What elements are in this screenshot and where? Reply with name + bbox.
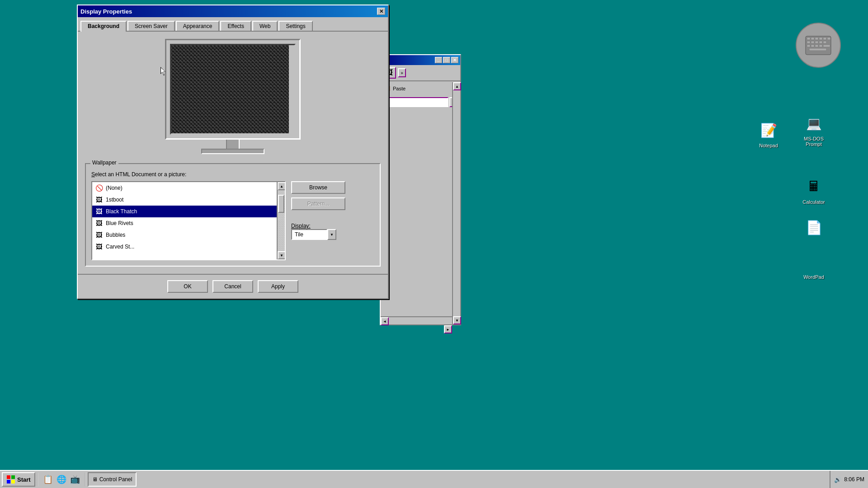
ok-button[interactable]: OK	[167, 280, 208, 293]
wallpaper-row: 🚫 (None) 🖼 1stboot 🖼 Black Thatch	[91, 181, 374, 260]
monitor-frame	[165, 39, 301, 140]
bg-hscrollbar[interactable]: ◄ ►	[381, 316, 452, 324]
tab-effects[interactable]: Effects	[220, 21, 251, 32]
svg-rect-19	[11, 475, 15, 479]
wallpaper-group: Wallpaper Select an HTML Document or a p…	[85, 163, 381, 267]
list-item[interactable]: 🖼 1stboot	[92, 194, 277, 206]
dialog-body: Wallpaper Select an HTML Document or a p…	[78, 31, 388, 274]
listbox-scrollbar[interactable]: ▲ ▼	[277, 182, 285, 259]
svg-rect-6	[827, 38, 830, 40]
tab-web[interactable]: Web	[252, 21, 278, 32]
scrollbar-thumb[interactable]	[278, 195, 284, 213]
taskbar-item-label: Control Panel	[99, 476, 132, 483]
svg-rect-3	[815, 38, 818, 40]
monitor-preview	[85, 39, 381, 154]
dialog-title: Display Properties	[80, 8, 132, 15]
expand-icon: »	[398, 68, 406, 77]
quick-launch-icon-2[interactable]: 🌐	[55, 473, 68, 486]
tray-clock: 8:06 PM	[844, 476, 864, 483]
list-item-selected[interactable]: 🖼 Black Thatch	[92, 206, 277, 217]
list-item[interactable]: 🚫 (None)	[92, 182, 277, 194]
svg-rect-4	[819, 38, 822, 40]
wallpaper-icon: 🖼	[95, 219, 103, 227]
taskbar-items: 🖥 Control Panel	[88, 472, 830, 487]
bg-address-bar[interactable]	[382, 97, 448, 107]
tab-appearance[interactable]: Appearance	[176, 21, 220, 32]
svg-rect-5	[823, 38, 826, 40]
ms-dos-icon[interactable]: 💻 MS-DOS Prompt	[796, 111, 832, 149]
dialog-close-button[interactable]: ✕	[377, 8, 385, 15]
bg-scroll-right[interactable]: ►	[444, 325, 452, 333]
wallpaper-icon: 🖼	[95, 207, 103, 216]
none-icon: 🚫	[95, 184, 103, 192]
list-item[interactable]: 🖼 Carved St...	[92, 241, 277, 253]
svg-rect-2	[811, 38, 814, 40]
display-select-arrow[interactable]: ▼	[327, 229, 336, 240]
monitor-foot	[201, 149, 264, 154]
wordpad-icon[interactable]: 📄 WordPad	[796, 178, 832, 282]
bg-window-item: 📋Paste	[383, 84, 458, 93]
bg-win-minimize[interactable]: _	[435, 57, 442, 63]
wallpaper-icon: 🖼	[95, 231, 103, 239]
svg-rect-12	[807, 45, 810, 47]
display-properties-dialog: Display Properties ✕ Background Screen S…	[77, 5, 389, 299]
taskbar-divider-2	[85, 473, 86, 486]
svg-rect-10	[819, 41, 822, 43]
right-controls: Browse Pattern... Display: Tile ▼	[291, 181, 345, 260]
browse-button[interactable]: Browse	[291, 181, 345, 194]
bg-scrollbar[interactable]: ▲ ▼	[452, 82, 460, 324]
taskbar-item-control-panel[interactable]: 🖥 Control Panel	[88, 472, 137, 487]
monitor-stand	[201, 140, 264, 154]
monitor-neck	[226, 140, 240, 149]
start-label: Start	[17, 476, 31, 483]
quick-launch-icon-1[interactable]: 📋	[42, 473, 54, 486]
start-button[interactable]: Start	[2, 472, 35, 487]
svg-rect-17	[809, 48, 826, 51]
display-select: Tile ▼	[291, 229, 345, 240]
tab-background[interactable]: Background	[80, 21, 127, 32]
bg-win-maximize[interactable]: □	[443, 57, 450, 63]
monitor-screen-border	[170, 44, 296, 135]
svg-rect-1	[807, 38, 810, 40]
display-section: Display: Tile ▼	[291, 219, 345, 240]
svg-rect-21	[11, 480, 15, 483]
wallpaper-icon: 🖼	[95, 243, 103, 251]
keyboard-icon	[796, 23, 841, 68]
taskbar-item-icon: 🖥	[92, 476, 98, 483]
taskbar-divider	[37, 473, 38, 486]
dialog-button-bar: OK Cancel Apply	[78, 274, 388, 298]
display-select-value[interactable]: Tile	[291, 229, 327, 240]
wallpaper-listbox[interactable]: 🚫 (None) 🖼 1stboot 🖼 Black Thatch	[91, 181, 286, 260]
list-item[interactable]: 🖼 Bubbles	[92, 229, 277, 241]
notepad-icon[interactable]: 📝 Notepad	[750, 117, 787, 150]
bg-win-close[interactable]: ✕	[451, 57, 458, 63]
apply-button[interactable]: Apply	[258, 280, 298, 293]
svg-rect-15	[819, 45, 822, 47]
background-window: _ □ ✕ 🖼 » 📋Paste ▼ ▲ ▼ ◄ ►	[380, 54, 461, 325]
bg-scroll-down[interactable]: ▼	[453, 316, 461, 324]
pattern-button[interactable]: Pattern...	[291, 197, 345, 210]
svg-rect-8	[811, 41, 814, 43]
svg-rect-11	[823, 41, 826, 43]
monitor-screen	[171, 45, 289, 133]
dialog-titlebar: Display Properties ✕	[78, 5, 388, 17]
tray-volume-icon[interactable]: 🔊	[834, 476, 841, 483]
bg-window-titlebar: _ □ ✕	[381, 55, 460, 65]
svg-rect-7	[807, 41, 810, 43]
tab-settings[interactable]: Settings	[278, 21, 312, 32]
system-tray: 🔊 8:06 PM	[830, 471, 868, 488]
tab-screensaver[interactable]: Screen Saver	[127, 21, 175, 32]
tab-bar: Background Screen Saver Appearance Effec…	[78, 17, 388, 31]
bg-scroll-up[interactable]: ▲	[453, 82, 461, 90]
display-label: Display:	[291, 223, 345, 229]
list-item[interactable]: 🖼 Blue Rivets	[92, 217, 277, 229]
cancel-button[interactable]: Cancel	[212, 280, 253, 293]
scroll-up-button[interactable]: ▲	[278, 182, 286, 190]
quick-launch-icon-3[interactable]: 📺	[69, 473, 81, 486]
scroll-down-button[interactable]: ▼	[278, 251, 286, 259]
wallpaper-description: Select an HTML Document or a picture:	[91, 171, 374, 178]
bg-scroll-left[interactable]: ◄	[381, 317, 389, 325]
svg-rect-20	[7, 480, 10, 483]
scrollbar-track[interactable]	[278, 190, 285, 251]
svg-rect-16	[823, 45, 830, 47]
